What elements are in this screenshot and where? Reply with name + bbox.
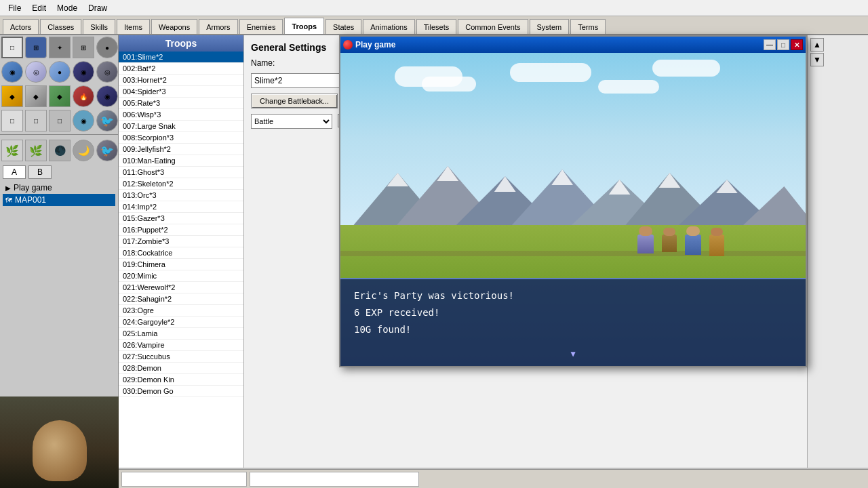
- troop-item[interactable]: 029:Demon Kin: [119, 374, 243, 386]
- change-battleback-button[interactable]: Change Battleback...: [251, 94, 338, 108]
- maximize-button[interactable]: □: [777, 39, 789, 50]
- tab-animations[interactable]: Animations: [363, 19, 414, 34]
- troop-item[interactable]: 023:Ogre: [119, 305, 243, 317]
- titlebar-controls: — □ ✕: [764, 39, 803, 50]
- tab-troops[interactable]: Troops: [284, 18, 324, 34]
- icon-cell-2[interactable]: ⊞: [25, 37, 47, 58]
- tree-map001[interactable]: 🗺 MAP001: [3, 194, 115, 206]
- icon-cell-6[interactable]: ◉: [1, 61, 23, 83]
- menu-file[interactable]: File: [3, 2, 26, 14]
- char-4: [709, 235, 724, 256]
- troop-item[interactable]: 008:Scorpion*3: [119, 132, 243, 144]
- icon-cell-23[interactable]: 🌑: [49, 140, 71, 161]
- head-1: [639, 226, 652, 236]
- troop-item[interactable]: 024:Gargoyle*2: [119, 317, 243, 328]
- icon-cell-25[interactable]: 🐦: [96, 140, 118, 161]
- troop-item[interactable]: 005:Rate*3: [119, 98, 243, 109]
- icon-cell-4[interactable]: ⊞: [73, 37, 94, 58]
- svg-marker-9: [437, 166, 458, 181]
- tab-weapons[interactable]: Weapons: [151, 19, 197, 34]
- troop-item[interactable]: 011:Ghost*3: [119, 167, 243, 178]
- close-button[interactable]: ✕: [791, 39, 803, 50]
- troop-item[interactable]: 028:Demon: [119, 363, 243, 374]
- icon-cell-7[interactable]: ◎: [25, 61, 47, 83]
- troop-item[interactable]: 030:Demon Go: [119, 386, 243, 397]
- troop-item[interactable]: 002:Bat*2: [119, 63, 243, 75]
- menu-draw[interactable]: Draw: [83, 2, 113, 14]
- troop-item[interactable]: 014:Imp*2: [119, 201, 243, 213]
- troops-list[interactable]: 001:Slime*2002:Bat*2003:Hornet*2004:Spid…: [119, 52, 243, 468]
- tab-a[interactable]: A: [3, 165, 26, 179]
- troop-item[interactable]: 013:Orc*3: [119, 190, 243, 201]
- tab-armors[interactable]: Armors: [199, 19, 237, 34]
- troop-item[interactable]: 006:Wisp*3: [119, 109, 243, 121]
- battle-message[interactable]: Eric's Party was victorious! 6 EXP recei…: [340, 278, 806, 366]
- scroll-up[interactable]: ▲: [810, 38, 824, 52]
- tab-actors[interactable]: Actors: [3, 19, 39, 34]
- minimize-button[interactable]: —: [764, 39, 776, 50]
- tab-classes[interactable]: Classes: [40, 19, 81, 34]
- icon-cell-10[interactable]: ◎: [96, 61, 118, 83]
- tab-items[interactable]: Items: [117, 19, 150, 34]
- icon-cell-24[interactable]: 🌙: [73, 140, 94, 161]
- tab-tilesets[interactable]: Tilesets: [416, 19, 457, 34]
- icon-cell-12[interactable]: ◆: [25, 85, 47, 107]
- troop-item[interactable]: 021:Werewolf*2: [119, 282, 243, 293]
- icon-cell-17[interactable]: □: [25, 110, 47, 131]
- menu-edit[interactable]: Edit: [26, 2, 52, 14]
- name-label: Name:: [251, 58, 275, 68]
- icon-cell-9[interactable]: ◉: [73, 61, 94, 83]
- icon-cell-1[interactable]: □: [1, 37, 23, 58]
- icon-cell-21[interactable]: 🌿: [1, 140, 23, 161]
- tab-skills[interactable]: Skills: [83, 19, 115, 34]
- troop-item[interactable]: 009:Jellyfish*2: [119, 144, 243, 155]
- troop-item[interactable]: 026:Vampire: [119, 340, 243, 351]
- troop-item[interactable]: 017:Zombie*3: [119, 236, 243, 247]
- tab-states[interactable]: States: [326, 19, 361, 34]
- icon-cell-16[interactable]: □: [1, 110, 23, 131]
- troop-item[interactable]: 027:Succubus: [119, 351, 243, 363]
- char-1: [637, 235, 654, 256]
- icon-cell-11[interactable]: ◆: [1, 85, 23, 107]
- tab-system[interactable]: System: [530, 19, 570, 34]
- battle-dropdown[interactable]: Battle: [251, 114, 332, 129]
- name-input[interactable]: [251, 73, 346, 88]
- game-viewport: Eric's Party was victorious! 6 EXP recei…: [340, 53, 806, 366]
- troop-item[interactable]: 019:Chimera: [119, 259, 243, 270]
- cloud-2: [422, 77, 476, 92]
- troop-item[interactable]: 025:Lamia: [119, 328, 243, 340]
- icon-cell-22[interactable]: 🌿: [25, 140, 47, 161]
- tree-play-game[interactable]: ▶ Play game: [3, 182, 115, 194]
- icon-grid-1: □ ⊞ ✦ ⊞ ●: [0, 35, 118, 60]
- icon-cell-20[interactable]: 🐦: [96, 110, 118, 131]
- troop-item[interactable]: 001:Slime*2: [119, 52, 243, 63]
- icon-cell-14[interactable]: 🔥: [73, 85, 94, 107]
- troop-item[interactable]: 018:Cockatrice: [119, 247, 243, 259]
- icon-cell-19[interactable]: ◉: [73, 110, 94, 131]
- icon-cell-3[interactable]: ✦: [49, 37, 71, 58]
- troop-item[interactable]: 022:Sahagin*2: [119, 293, 243, 305]
- icon-cell-8[interactable]: ●: [49, 61, 71, 83]
- tab-b[interactable]: B: [28, 165, 52, 179]
- troop-item[interactable]: 010:Man-Eating: [119, 155, 243, 167]
- scroll-down[interactable]: ▼: [810, 53, 824, 66]
- body-2: [662, 235, 677, 252]
- troop-item[interactable]: 003:Hornet*2: [119, 75, 243, 86]
- icon-cell-15[interactable]: ◉: [96, 85, 118, 107]
- troop-item[interactable]: 015:Gazer*3: [119, 213, 243, 224]
- icon-cell-13[interactable]: ◆: [49, 85, 71, 107]
- troop-item[interactable]: 020:Mimic: [119, 270, 243, 282]
- icon-cell-5[interactable]: ●: [96, 37, 118, 58]
- troop-item[interactable]: 012:Skeleton*2: [119, 178, 243, 190]
- titlebar-left: Play game: [343, 40, 395, 49]
- menu-mode[interactable]: Mode: [52, 2, 83, 14]
- bottom-strip: [119, 469, 868, 488]
- tab-terms[interactable]: Terms: [570, 19, 606, 34]
- troop-item[interactable]: 016:Puppet*2: [119, 224, 243, 236]
- icon-cell-18[interactable]: □: [49, 110, 71, 131]
- troop-item[interactable]: 007:Large Snak: [119, 121, 243, 132]
- tab-enemies[interactable]: Enemies: [239, 19, 283, 34]
- tab-common-events[interactable]: Common Events: [458, 19, 528, 34]
- settings-area: General Settings Name: Autoname Change B…: [244, 35, 807, 468]
- troop-item[interactable]: 004:Spider*3: [119, 86, 243, 98]
